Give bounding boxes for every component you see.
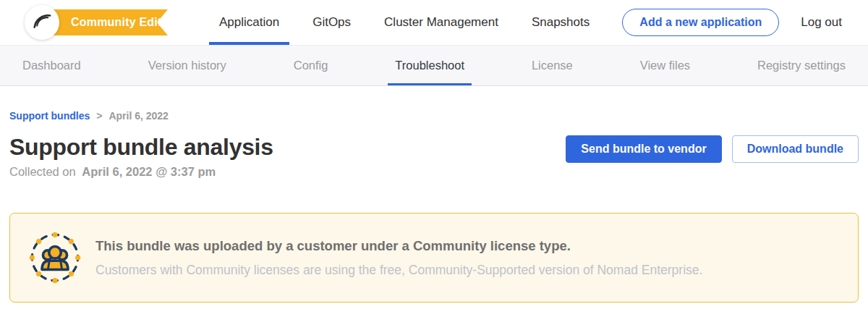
- collected-on-text: Collected on April 6, 2022 @ 3:37 pm: [9, 165, 273, 179]
- breadcrumb-separator: >: [96, 110, 102, 122]
- alert-body: Customers with Community licenses are us…: [95, 263, 702, 278]
- subnav-item-view-files[interactable]: View files: [636, 46, 694, 85]
- collected-date: April 6, 2022 @ 3:37 pm: [82, 165, 216, 178]
- subnav-item-config-label: Config: [294, 59, 328, 72]
- primary-nav: Application GitOps Cluster Management Sn…: [203, 0, 606, 45]
- subnav-item-config[interactable]: Config: [289, 46, 333, 85]
- replicated-logo-icon: [32, 11, 52, 34]
- nav-item-gitops-label: GitOps: [312, 15, 351, 30]
- subnav-item-license[interactable]: License: [527, 46, 577, 85]
- nav-item-gitops[interactable]: GitOps: [302, 0, 361, 45]
- title-row: Support bundle analysis Collected on Apr…: [9, 134, 859, 179]
- logout-button[interactable]: Log out: [801, 15, 842, 30]
- alert-heading: This bundle was uploaded by a customer u…: [95, 238, 702, 254]
- brand: Community Edition: [25, 0, 168, 45]
- subnav-item-version-history-label: Version history: [148, 59, 226, 72]
- breadcrumb-current: April 6, 2022: [109, 110, 169, 122]
- breadcrumb: Support bundles > April 6, 2022: [9, 110, 859, 122]
- download-bundle-button[interactable]: Download bundle: [732, 135, 859, 163]
- top-navbar: Community Edition Application GitOps Clu…: [0, 0, 868, 45]
- top-actions: Add a new application Log out: [622, 9, 842, 36]
- community-edition-badge: Community Edition: [41, 9, 168, 35]
- nav-item-application-label: Application: [219, 15, 279, 30]
- subnav-item-troubleshoot-label: Troubleshoot: [395, 59, 464, 72]
- subnav-item-registry-settings-label: Registry settings: [757, 59, 846, 72]
- subnav-item-troubleshoot[interactable]: Troubleshoot: [391, 46, 469, 85]
- subnav-item-registry-settings[interactable]: Registry settings: [753, 46, 850, 85]
- app-subnav: Dashboard Version history Config Trouble…: [0, 45, 868, 86]
- replicated-logo[interactable]: [25, 5, 59, 40]
- community-people-icon: [29, 232, 81, 284]
- send-bundle-button[interactable]: Send bundle to vendor: [566, 135, 721, 163]
- subnav-item-version-history[interactable]: Version history: [144, 46, 231, 85]
- subnav-item-dashboard[interactable]: Dashboard: [18, 46, 85, 85]
- subnav-item-license-label: License: [532, 59, 573, 72]
- nav-item-snapshots-label: Snapshots: [532, 15, 590, 30]
- nav-item-snapshots[interactable]: Snapshots: [522, 0, 600, 45]
- nav-item-cluster-management-label: Cluster Management: [384, 15, 498, 30]
- subnav-item-view-files-label: View files: [640, 59, 690, 72]
- nav-item-application[interactable]: Application: [209, 0, 289, 45]
- bundle-action-buttons: Send bundle to vendor Download bundle: [566, 135, 859, 163]
- breadcrumb-link-support-bundles[interactable]: Support bundles: [9, 110, 90, 122]
- community-edition-label: Community Edition: [71, 16, 179, 29]
- add-application-button[interactable]: Add a new application: [622, 9, 779, 36]
- title-block: Support bundle analysis Collected on Apr…: [9, 134, 273, 179]
- collected-prefix: Collected on: [9, 165, 76, 178]
- community-license-alert: This bundle was uploaded by a customer u…: [9, 213, 859, 303]
- page-title: Support bundle analysis: [9, 134, 273, 161]
- page-content: Support bundles > April 6, 2022 Support …: [0, 110, 868, 303]
- subnav-item-dashboard-label: Dashboard: [22, 59, 81, 72]
- alert-text: This bundle was uploaded by a customer u…: [95, 238, 702, 278]
- nav-item-cluster-management[interactable]: Cluster Management: [374, 0, 509, 45]
